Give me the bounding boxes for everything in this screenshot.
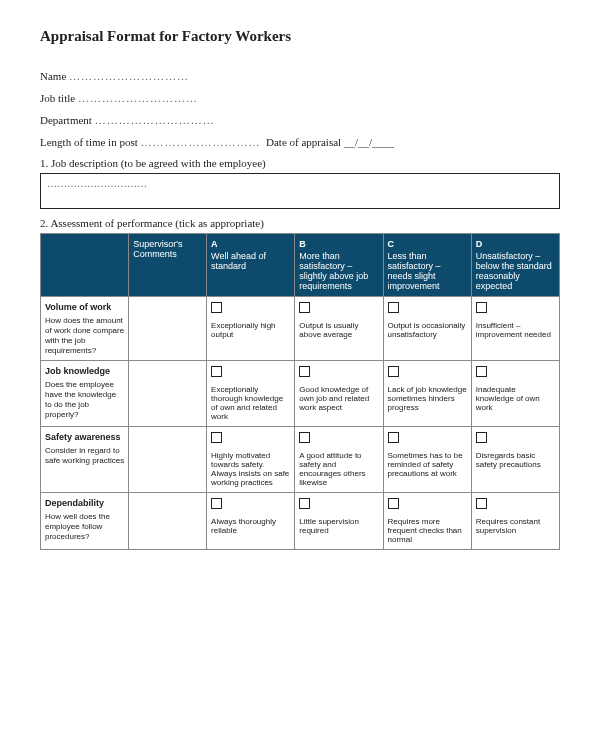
name-dots[interactable]: ………………………… bbox=[69, 70, 189, 82]
row-title: Safety awareness bbox=[45, 432, 124, 442]
jobtitle-dots[interactable]: ………………………… bbox=[78, 92, 198, 104]
section1-label: 1. Job description (to be agreed with th… bbox=[40, 157, 560, 169]
supervisor-comment-cell[interactable] bbox=[129, 361, 207, 427]
col-b-letter: B bbox=[299, 239, 378, 249]
supervisor-comment-cell[interactable] bbox=[129, 427, 207, 493]
col-b-text: More than satisfactory – slightly above … bbox=[299, 251, 368, 291]
rating-cell: Disregards basic safety precautions bbox=[471, 427, 559, 493]
section2-label: 2. Assessment of performance (tick as ap… bbox=[40, 217, 560, 229]
col-a-letter: A bbox=[211, 239, 290, 249]
rating-cell: Lack of job knowledge sometimes hinders … bbox=[383, 361, 471, 427]
col-d-letter: D bbox=[476, 239, 555, 249]
rating-cell: Output is occasionally unsatisfactory bbox=[383, 297, 471, 361]
date-label[interactable]: Date of appraisal __/__/____ bbox=[266, 136, 394, 148]
rating-text: Disregards basic safety precautions bbox=[476, 451, 555, 469]
table-header-row: Supervisor's Comments A Well ahead of st… bbox=[41, 234, 560, 297]
row-desc: Does the employee have the knowledge to … bbox=[45, 380, 116, 419]
row-desc: How well does the employee follow proced… bbox=[45, 512, 110, 541]
table-row: Safety awarenessConsider in regard to sa… bbox=[41, 427, 560, 493]
department-dots[interactable]: ………………………… bbox=[95, 114, 215, 126]
row-header: Volume of workHow does the amount of wor… bbox=[41, 297, 129, 361]
col-c: C Less than satisfactory – needs slight … bbox=[383, 234, 471, 297]
rating-checkbox[interactable] bbox=[299, 302, 310, 313]
rating-text: A good attitude to safety and encourages… bbox=[299, 451, 378, 487]
col-supervisor: Supervisor's Comments bbox=[129, 234, 207, 297]
rating-checkbox[interactable] bbox=[388, 498, 399, 509]
supervisor-comment-cell[interactable] bbox=[129, 493, 207, 550]
descbox-dots: ………………………… bbox=[47, 178, 147, 189]
row-header: DependabilityHow well does the employee … bbox=[41, 493, 129, 550]
name-label: Name bbox=[40, 70, 66, 82]
rating-cell: Always thoroughly reliable bbox=[207, 493, 295, 550]
jobtitle-line: Job title ………………………… bbox=[40, 87, 560, 109]
rating-text: Exceptionally thorough knowledge of own … bbox=[211, 385, 290, 421]
rating-text: Output is usually above average bbox=[299, 321, 378, 339]
rating-cell: Insufficient – improvement needed bbox=[471, 297, 559, 361]
rating-checkbox[interactable] bbox=[388, 366, 399, 377]
length-date-line: Length of time in post ………………………… Date o… bbox=[40, 131, 560, 153]
length-dots[interactable]: ………………………… bbox=[141, 136, 261, 148]
col-a: A Well ahead of standard bbox=[207, 234, 295, 297]
rating-cell: Output is usually above average bbox=[295, 297, 383, 361]
row-header: Safety awarenessConsider in regard to sa… bbox=[41, 427, 129, 493]
table-row: Job knowledgeDoes the employee have the … bbox=[41, 361, 560, 427]
row-desc: Consider in regard to safe working pract… bbox=[45, 446, 124, 465]
rating-checkbox[interactable] bbox=[476, 366, 487, 377]
row-desc: How does the amount of work done compare… bbox=[45, 316, 124, 355]
rating-checkbox[interactable] bbox=[388, 432, 399, 443]
name-line: Name ………………………… bbox=[40, 65, 560, 87]
rating-checkbox[interactable] bbox=[388, 302, 399, 313]
rating-checkbox[interactable] bbox=[211, 498, 222, 509]
row-title: Volume of work bbox=[45, 302, 124, 312]
rating-checkbox[interactable] bbox=[299, 432, 310, 443]
rating-text: Output is occasionally unsatisfactory bbox=[388, 321, 467, 339]
rating-text: Highly motivated towards safety. Always … bbox=[211, 451, 290, 487]
assessment-table: Supervisor's Comments A Well ahead of st… bbox=[40, 233, 560, 550]
job-description-box[interactable]: ………………………… bbox=[40, 173, 560, 209]
supervisor-comment-cell[interactable] bbox=[129, 297, 207, 361]
row-title: Job knowledge bbox=[45, 366, 124, 376]
rating-cell: Exceptionally thorough knowledge of own … bbox=[207, 361, 295, 427]
col-d: D Unsatisfactory – below the standard re… bbox=[471, 234, 559, 297]
col-c-letter: C bbox=[388, 239, 467, 249]
col-c-text: Less than satisfactory – needs slight im… bbox=[388, 251, 441, 291]
rating-checkbox[interactable] bbox=[211, 432, 222, 443]
department-line: Department ………………………… bbox=[40, 109, 560, 131]
col-a-text: Well ahead of standard bbox=[211, 251, 266, 271]
rating-cell: A good attitude to safety and encourages… bbox=[295, 427, 383, 493]
rating-text: Insufficient – improvement needed bbox=[476, 321, 555, 339]
col-blank bbox=[41, 234, 129, 297]
rating-text: Inadequate knowledge of own work bbox=[476, 385, 555, 412]
rating-checkbox[interactable] bbox=[476, 498, 487, 509]
rating-cell: Good knowledge of own job and related wo… bbox=[295, 361, 383, 427]
rating-text: Sometimes has to be reminded of safety p… bbox=[388, 451, 467, 478]
rating-cell: Requires more frequent checks than norma… bbox=[383, 493, 471, 550]
page-title: Appraisal Format for Factory Workers bbox=[40, 28, 560, 45]
rating-cell: Requires constant supervision bbox=[471, 493, 559, 550]
rating-text: Lack of job knowledge sometimes hinders … bbox=[388, 385, 467, 412]
rating-checkbox[interactable] bbox=[476, 302, 487, 313]
rating-checkbox[interactable] bbox=[211, 366, 222, 377]
rating-checkbox[interactable] bbox=[299, 366, 310, 377]
row-title: Dependability bbox=[45, 498, 124, 508]
rating-checkbox[interactable] bbox=[476, 432, 487, 443]
length-label: Length of time in post bbox=[40, 136, 138, 148]
rating-text: Good knowledge of own job and related wo… bbox=[299, 385, 378, 412]
table-row: Volume of workHow does the amount of wor… bbox=[41, 297, 560, 361]
jobtitle-label: Job title bbox=[40, 92, 75, 104]
rating-cell: Little supervision required bbox=[295, 493, 383, 550]
rating-text: Requires constant supervision bbox=[476, 517, 555, 535]
rating-text: Requires more frequent checks than norma… bbox=[388, 517, 467, 544]
department-label: Department bbox=[40, 114, 92, 126]
identity-fields: Name ………………………… Job title ………………………… Dep… bbox=[40, 65, 560, 153]
rating-cell: Inadequate knowledge of own work bbox=[471, 361, 559, 427]
table-row: DependabilityHow well does the employee … bbox=[41, 493, 560, 550]
col-d-text: Unsatisfactory – below the standard reas… bbox=[476, 251, 552, 291]
rating-checkbox[interactable] bbox=[211, 302, 222, 313]
rating-text: Little supervision required bbox=[299, 517, 378, 535]
rating-cell: Sometimes has to be reminded of safety p… bbox=[383, 427, 471, 493]
rating-text: Exceptionally high output bbox=[211, 321, 290, 339]
rating-text: Always thoroughly reliable bbox=[211, 517, 290, 535]
rating-checkbox[interactable] bbox=[299, 498, 310, 509]
col-b: B More than satisfactory – slightly abov… bbox=[295, 234, 383, 297]
